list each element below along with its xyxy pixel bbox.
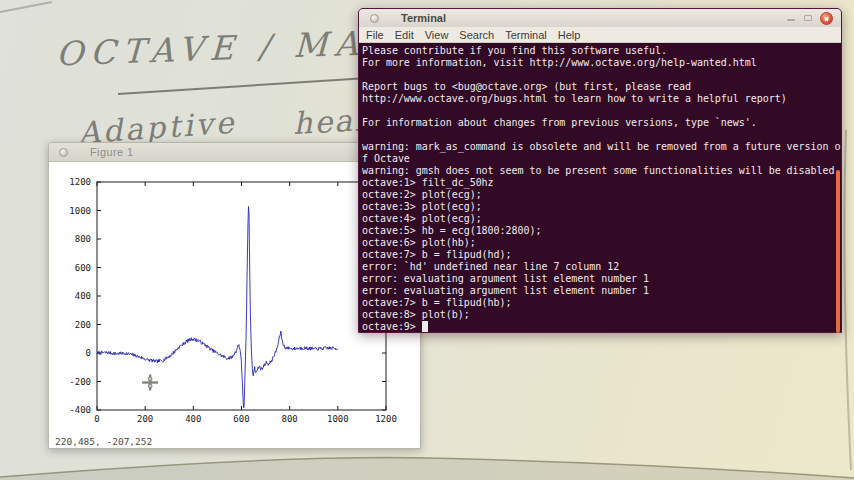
window-controls — [786, 11, 833, 25]
crosshair-cursor-icon — [142, 375, 158, 391]
terminal-line: Please contribute if you find this softw… — [362, 45, 841, 57]
terminal-line: octave:2> plot(ecg); — [362, 189, 841, 201]
terminal-line: error: evaluating argument list element … — [362, 273, 841, 285]
paper-corner-line — [0, 2, 52, 12]
terminal-line: For information about changes from previ… — [362, 117, 841, 129]
terminal-line: f Octave — [362, 153, 841, 165]
terminal-line: warning: mark_as_command is obsolete and… — [362, 141, 841, 153]
terminal-line: error: `hd' undefined near line 7 column… — [362, 261, 841, 273]
menu-item-edit[interactable]: Edit — [395, 29, 414, 41]
terminal-line: error: evaluating argument list element … — [362, 285, 841, 297]
paper-bottom-edge-fill — [0, 458, 854, 480]
menu-item-terminal[interactable]: Terminal — [505, 29, 547, 41]
terminal-line: http://www.octave.org/bugs.html to learn… — [362, 93, 841, 105]
close-icon[interactable] — [820, 12, 833, 25]
terminal-line: warning: gmsh does not seem to be presen… — [362, 165, 841, 177]
maximize-icon[interactable] — [803, 13, 813, 23]
desktop: OCTAVE / MATL Adaptive hear Figure 1 020… — [0, 0, 854, 480]
paper-right-edge-line — [844, 130, 851, 470]
terminal-line — [362, 105, 841, 117]
terminal-title: Terminal — [401, 12, 446, 24]
y-tick-label: 600 — [75, 263, 91, 273]
window-menu-icon[interactable] — [370, 14, 379, 23]
window-menu-icon[interactable] — [59, 148, 68, 157]
x-tick-label: 200 — [137, 414, 153, 424]
x-tick-label: 800 — [282, 414, 298, 424]
x-tick-label: 600 — [233, 414, 249, 424]
y-tick-label: 800 — [75, 234, 91, 244]
terminal-line — [362, 129, 841, 141]
terminal-line: octave:1> filt_dc_50hz — [362, 177, 841, 189]
menu-item-view[interactable]: View — [425, 29, 449, 41]
terminal-window: Terminal FileEditViewSearchTerminalHelp … — [358, 8, 842, 333]
terminal-line — [362, 69, 841, 81]
terminal-menubar: FileEditViewSearchTerminalHelp — [359, 27, 841, 43]
menu-item-file[interactable]: File — [366, 29, 384, 41]
menu-item-help[interactable]: Help — [558, 29, 581, 41]
terminal-output[interactable]: Please contribute if you find this softw… — [359, 43, 841, 332]
y-tick-label: 1000 — [69, 206, 91, 216]
terminal-line: For more information, visit http://www.o… — [362, 57, 841, 69]
x-tick-label: 0 — [94, 414, 99, 424]
terminal-line: octave:3> plot(ecg); — [362, 201, 841, 213]
terminal-line: octave:5> hb = ecg(1800:2800); — [362, 225, 841, 237]
terminal-cursor — [422, 321, 428, 332]
terminal-line: octave:9> — [362, 321, 841, 332]
x-tick-label: 1000 — [327, 414, 349, 424]
terminal-titlebar[interactable]: Terminal — [359, 9, 841, 28]
cursor-coordinates: 220,485, -207,252 — [55, 436, 152, 447]
y-tick-label: -200 — [69, 377, 91, 387]
terminal-line: octave:8> plot(b); — [362, 309, 841, 321]
handwriting-underline — [118, 78, 368, 94]
terminal-line: octave:7> b = flipud(hb); — [362, 297, 841, 309]
terminal-line: octave:4> plot(ecg); — [362, 213, 841, 225]
terminal-line: octave:6> plot(hb); — [362, 237, 841, 249]
terminal-line: Report bugs to <bug@octave.org> (but fir… — [362, 81, 841, 93]
terminal-scrollbar[interactable] — [836, 170, 840, 333]
x-tick-label: 1200 — [375, 414, 397, 424]
minimize-icon[interactable] — [786, 13, 796, 23]
x-tick-label: 400 — [185, 414, 201, 424]
y-tick-label: 0 — [86, 348, 91, 358]
axes-frame — [97, 182, 386, 410]
terminal-line: octave:7> b = flipud(hd); — [362, 249, 841, 261]
ecg-signal-path — [97, 207, 338, 408]
y-tick-label: 200 — [75, 320, 91, 330]
y-tick-label: 1200 — [69, 177, 91, 187]
figure-title: Figure 1 — [90, 146, 134, 158]
y-tick-label: -400 — [69, 405, 91, 415]
y-tick-label: 400 — [75, 291, 91, 301]
menu-item-search[interactable]: Search — [459, 29, 494, 41]
